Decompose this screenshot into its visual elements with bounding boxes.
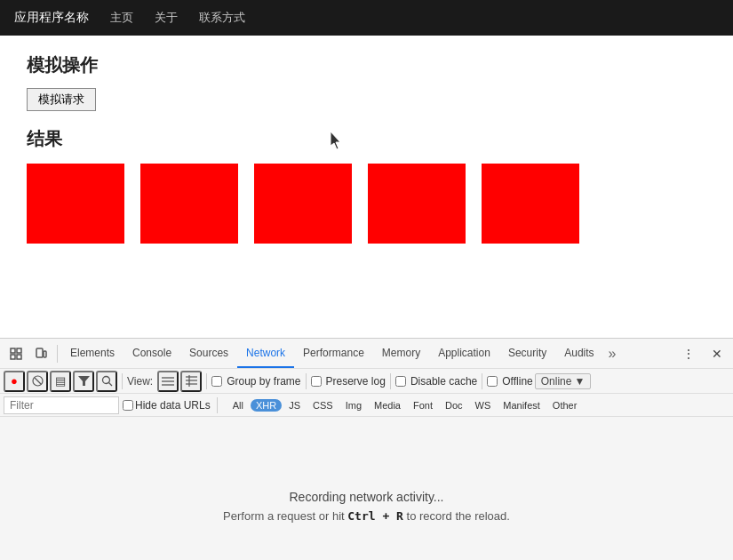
more-tabs-icon[interactable]: » — [603, 346, 622, 362]
inspect-icon[interactable] — [4, 341, 28, 366]
tab-security[interactable]: Security — [499, 339, 555, 368]
filter-input[interactable] — [4, 396, 119, 414]
filter-tags: All XHR JS CSS Img Media Font Doc WS Man… — [227, 399, 583, 412]
red-box-1 — [27, 164, 124, 244]
nav-about[interactable]: 关于 — [155, 10, 178, 26]
svg-marker-9 — [78, 376, 90, 386]
ctrl-r-shortcut: Ctrl + R — [347, 509, 403, 523]
app-name: 应用程序名称 — [14, 10, 89, 26]
video-icon[interactable]: ▤ — [50, 371, 71, 392]
list-view-icon[interactable] — [157, 371, 179, 392]
devtools-close-icon[interactable]: ✕ — [705, 341, 729, 366]
filter-other[interactable]: Other — [547, 399, 583, 412]
tab-console[interactable]: Console — [123, 339, 180, 368]
devtools-topbar: Elements Console Sources Network Perform… — [0, 339, 733, 369]
recording-text: Recording network activity... — [289, 490, 443, 504]
filter-js[interactable]: JS — [283, 399, 306, 412]
main-content: 模拟操作 模拟请求 结果 — [0, 36, 733, 338]
red-box-3 — [254, 164, 352, 244]
svg-rect-1 — [11, 348, 15, 353]
tab-performance[interactable]: Performance — [294, 339, 373, 368]
record-hint-text: Perform a request or hit Ctrl + R to rec… — [223, 509, 510, 523]
hide-data-urls-checkbox[interactable]: Hide data URLs — [123, 399, 211, 412]
nav-contact[interactable]: 联系方式 — [199, 10, 245, 26]
filter-xhr[interactable]: XHR — [251, 399, 282, 412]
filter-ws[interactable]: WS — [470, 399, 497, 412]
filter-doc[interactable]: Doc — [440, 399, 468, 412]
disable-cache-label: Disable cache — [410, 375, 477, 388]
dropdown-arrow-icon: ▼ — [574, 375, 585, 388]
red-boxes-container — [27, 164, 706, 244]
tab-sources[interactable]: Sources — [180, 339, 237, 368]
devtools-empty-state: Recording network activity... Perform a … — [0, 417, 733, 560]
filter-icon[interactable] — [73, 371, 94, 392]
hint-prefix: Perform a request or hit — [223, 509, 345, 523]
filter-manifest[interactable]: Manifest — [498, 399, 546, 412]
top-nav: 应用程序名称 主页 关于 联系方式 — [0, 0, 733, 36]
tab-elements[interactable]: Elements — [61, 339, 123, 368]
svg-rect-4 — [17, 355, 21, 359]
disable-cache-checkbox[interactable]: Disable cache — [395, 375, 477, 388]
offline-checkbox[interactable]: Offline — [487, 375, 532, 388]
record-button[interactable]: ● — [4, 371, 25, 392]
result-title: 结果 — [27, 127, 706, 151]
devtools-controls: ⋮ ✕ — [676, 341, 729, 366]
svg-point-10 — [102, 377, 109, 384]
svg-rect-6 — [44, 351, 46, 357]
simulate-button[interactable]: 模拟请求 — [27, 88, 96, 111]
group-by-frame-label: Group by frame — [227, 375, 300, 388]
search-icon[interactable] — [96, 371, 117, 392]
filter-font[interactable]: Font — [408, 399, 438, 412]
preserve-log-label: Preserve log — [326, 375, 386, 388]
tab-network[interactable]: Network — [237, 339, 294, 368]
red-box-5 — [482, 164, 579, 244]
red-box-4 — [368, 164, 466, 244]
devtools-tabs: Elements Console Sources Network Perform… — [61, 339, 676, 368]
tab-application[interactable]: Application — [429, 339, 499, 368]
red-box-2 — [140, 164, 238, 244]
grid-view-icon[interactable] — [180, 371, 202, 392]
hint-suffix: to record the reload. — [407, 509, 510, 523]
hide-data-urls-label: Hide data URLs — [135, 399, 211, 412]
devtools-filter-bar: Hide data URLs All XHR JS CSS Img Media … — [0, 394, 733, 417]
devtools-panel: Elements Console Sources Network Perform… — [0, 338, 733, 560]
svg-line-11 — [108, 383, 112, 387]
offline-label: Offline — [502, 375, 532, 388]
filter-media[interactable]: Media — [369, 399, 406, 412]
online-button[interactable]: Online ▼ — [535, 373, 592, 389]
device-toggle-icon[interactable] — [28, 341, 53, 366]
filter-all[interactable]: All — [227, 399, 249, 412]
filter-css[interactable]: CSS — [307, 399, 339, 412]
nav-home[interactable]: 主页 — [110, 10, 133, 26]
devtools-menu-icon[interactable]: ⋮ — [676, 341, 701, 366]
svg-line-8 — [35, 378, 41, 384]
svg-rect-2 — [17, 348, 21, 353]
svg-rect-5 — [36, 348, 43, 357]
svg-rect-3 — [11, 355, 15, 359]
simulate-title: 模拟操作 — [27, 53, 706, 77]
tab-audits[interactable]: Audits — [555, 339, 602, 368]
group-by-frame-checkbox[interactable]: Group by frame — [211, 375, 300, 388]
preserve-log-checkbox[interactable]: Preserve log — [311, 375, 386, 388]
tab-memory[interactable]: Memory — [373, 339, 429, 368]
online-label: Online — [541, 375, 572, 388]
clear-button[interactable] — [27, 371, 48, 392]
view-label: View: — [127, 375, 153, 388]
filter-img[interactable]: Img — [340, 399, 367, 412]
devtools-toolbar: ● ▤ View: — [0, 369, 733, 394]
